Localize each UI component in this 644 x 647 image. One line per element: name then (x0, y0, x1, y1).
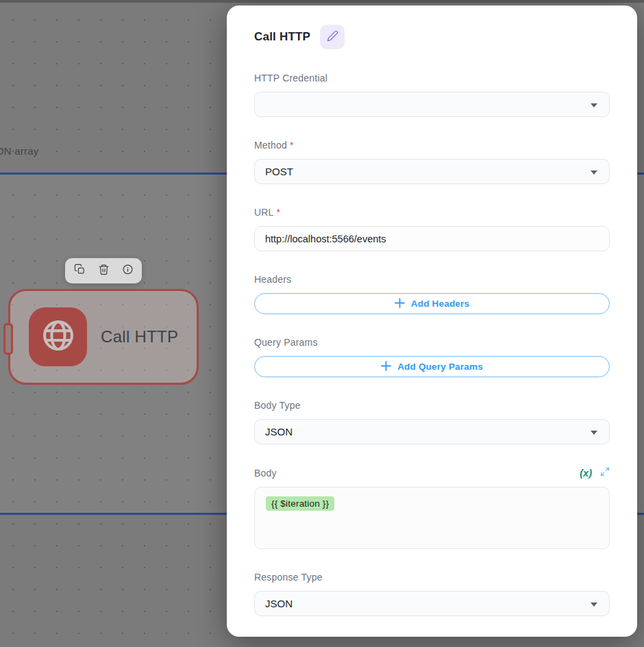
node-config-panel: Call HTTP HTTP Credential Method * POST (227, 5, 637, 637)
add-query-params-label: Add Query Params (397, 361, 483, 372)
info-node-button[interactable] (119, 262, 136, 280)
required-asterisk: * (290, 140, 293, 151)
body-type-select[interactable]: JSON (254, 419, 610, 444)
copy-node-button[interactable] (71, 262, 88, 280)
clipped-node-label: ON array (0, 145, 38, 157)
plus-icon (381, 361, 391, 373)
delete-node-button[interactable] (95, 262, 112, 280)
url-label: URL (254, 207, 274, 218)
panel-header: Call HTTP (254, 25, 610, 49)
url-input[interactable] (254, 226, 610, 251)
node-title: Call HTTP (101, 327, 178, 346)
node-input-handle[interactable] (3, 323, 13, 355)
body-tools: (x) (580, 467, 610, 479)
field-method: Method * POST (254, 140, 610, 184)
response-type-select[interactable]: JSON (254, 591, 610, 616)
add-headers-label: Add Headers (411, 299, 469, 309)
http-credential-select[interactable] (254, 92, 610, 117)
chevron-down-icon (591, 103, 597, 107)
method-label: Method (254, 140, 287, 151)
query-params-label: Query Params (254, 337, 318, 348)
trash-icon (98, 264, 110, 278)
method-value: POST (265, 166, 293, 177)
method-select[interactable]: POST (254, 159, 610, 184)
panel-title: Call HTTP (254, 30, 310, 44)
body-type-label: Body Type (254, 400, 301, 411)
pencil-icon (327, 30, 338, 44)
expression-token[interactable]: {{ $iteration }} (266, 496, 334, 511)
expression-icon[interactable]: (x) (580, 468, 592, 479)
body-type-value: JSON (265, 426, 293, 437)
headers-label: Headers (254, 274, 291, 285)
node-icon-box (29, 307, 87, 366)
outer-container-top-border (0, 0, 644, 3)
expand-editor-button[interactable] (600, 467, 610, 479)
chevron-down-icon (591, 170, 597, 175)
field-response-type: Response Type JSON (254, 572, 610, 616)
body-editor[interactable]: {{ $iteration }} (254, 487, 610, 549)
add-headers-button[interactable]: Add Headers (254, 293, 610, 314)
field-url: URL * (254, 207, 610, 251)
response-type-value: JSON (265, 598, 293, 609)
response-type-label: Response Type (254, 572, 323, 583)
copy-icon (74, 264, 86, 278)
info-icon (122, 264, 134, 278)
http-credential-label: HTTP Credential (254, 73, 327, 84)
field-body: Body (x) {{ $iteration }} (254, 467, 610, 549)
plus-icon (395, 298, 405, 310)
globe-icon (40, 318, 76, 356)
add-query-params-button[interactable]: Add Query Params (254, 356, 610, 377)
field-body-type: Body Type JSON (254, 400, 610, 444)
call-http-node[interactable]: Call HTTP (8, 289, 199, 385)
body-label: Body (254, 468, 277, 479)
edit-title-button[interactable] (320, 25, 345, 49)
field-query-params: Query Params Add Query Params (254, 337, 610, 377)
chevron-down-icon (591, 602, 597, 607)
expand-icon (600, 467, 610, 479)
required-asterisk: * (277, 207, 280, 218)
node-toolbar (65, 258, 142, 283)
chevron-down-icon (591, 431, 597, 435)
field-http-credential: HTTP Credential (254, 73, 610, 117)
field-headers: Headers Add Headers (254, 274, 610, 314)
